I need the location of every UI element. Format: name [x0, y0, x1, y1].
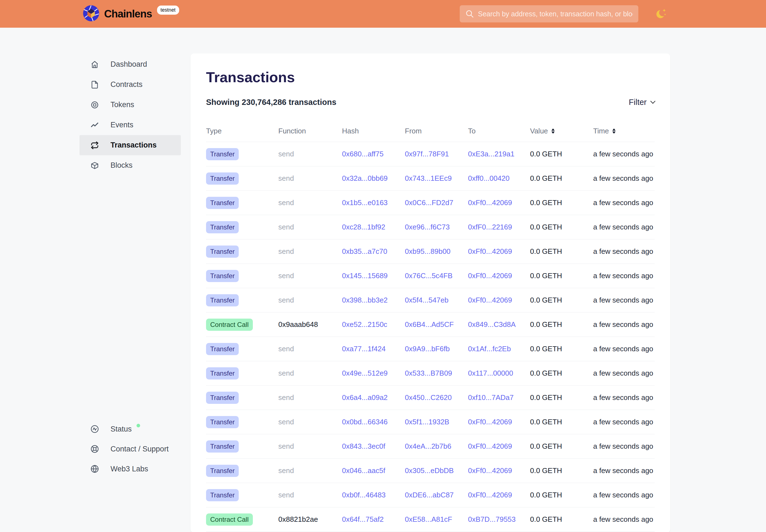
tx-to-link[interactable]: 0xFf0...42069 — [468, 198, 512, 207]
tx-to-link[interactable]: 0x117...00000 — [468, 369, 513, 377]
tx-from-link[interactable]: 0x450...C2620 — [405, 393, 452, 402]
tx-hash-link[interactable]: 0xe52...2150c — [342, 320, 387, 329]
cube-icon — [91, 161, 99, 170]
tx-from-link[interactable]: 0x4eA...2b7b6 — [405, 442, 452, 450]
sidebar-item-dashboard[interactable]: Dashboard — [79, 54, 181, 74]
sidebar-item-contact-support[interactable]: Contact / Support — [79, 439, 181, 459]
dark-mode-toggle[interactable] — [655, 7, 668, 20]
tx-from-link[interactable]: 0x76C...5c4FB — [405, 272, 453, 280]
cell-hash: 0x0bd...66346 — [342, 418, 405, 426]
tx-from-link[interactable]: 0x5f1...1932B — [405, 418, 449, 426]
col-time-sort[interactable]: Time — [593, 127, 655, 135]
tx-value: 0.0 GETH — [530, 442, 562, 450]
cell-value: 0.0 GETH — [530, 150, 593, 158]
tx-hash-link[interactable]: 0x145...15689 — [342, 272, 388, 280]
col-to: To — [468, 127, 530, 135]
tx-to-link[interactable]: 0xf10...7ADa7 — [468, 393, 514, 402]
tx-hash-link[interactable]: 0x1b5...e0163 — [342, 198, 388, 207]
cell-from: 0x305...eDbDB — [405, 466, 468, 475]
col-value-sort[interactable]: Value — [530, 127, 593, 135]
sidebar-item-status[interactable]: Status — [79, 419, 181, 439]
tx-to-link[interactable]: 0x849...C3d8A — [468, 320, 516, 329]
tx-from-link[interactable]: 0x743...1EEc9 — [405, 174, 452, 182]
tx-type-badge: Transfer — [206, 172, 239, 185]
tx-hash-link[interactable]: 0xc28...1bf92 — [342, 223, 385, 231]
chainlens-logo-icon — [83, 5, 99, 22]
sidebar-item-contracts[interactable]: Contracts — [79, 74, 181, 95]
sidebar-item-blocks[interactable]: Blocks — [79, 155, 181, 175]
tx-from-link[interactable]: 0xb95...89b00 — [405, 247, 451, 255]
tx-to-link[interactable]: 0xFf0...42069 — [468, 247, 512, 255]
tx-to-link[interactable]: 0xfF0...22169 — [468, 223, 512, 231]
cell-time: a few seconds ago — [593, 174, 655, 183]
lifebuoy-icon — [91, 445, 99, 453]
cell-type: Transfer — [206, 343, 278, 355]
tx-from-link[interactable]: 0xe96...f6C73 — [405, 223, 450, 231]
tx-hash-link[interactable]: 0x32a...0bb69 — [342, 174, 388, 182]
search-input[interactable] — [478, 10, 633, 18]
cell-function: send — [278, 442, 342, 451]
tx-hash-link[interactable]: 0x0bd...66346 — [342, 418, 388, 426]
cell-hash: 0x64f...75af2 — [342, 515, 405, 524]
tx-hash-link[interactable]: 0x49e...512e9 — [342, 369, 388, 377]
tx-to-link[interactable]: 0xFf0...42069 — [468, 272, 512, 280]
tx-hash-link[interactable]: 0x398...bb3e2 — [342, 296, 388, 304]
cell-type: Transfer — [206, 416, 278, 428]
table-row: Transfersend0x6a4...a09a20x450...C26200x… — [206, 386, 655, 410]
sidebar-item-transactions[interactable]: Transactions — [79, 135, 181, 155]
tx-from-link[interactable]: 0x97f...78F91 — [405, 150, 449, 158]
cell-from: 0x450...C2620 — [405, 393, 468, 402]
tx-hash-link[interactable]: 0xb35...a7c70 — [342, 247, 387, 255]
tx-to-link[interactable]: 0xFf0...42069 — [468, 418, 512, 426]
cell-time: a few seconds ago — [593, 466, 655, 475]
tx-hash-link[interactable]: 0x680...aff75 — [342, 150, 384, 158]
table-row: Contract Call0x8821b2ae0x64f...75af20xE5… — [206, 507, 655, 532]
sidebar-item-events[interactable]: Events — [79, 115, 181, 135]
cell-type: Transfer — [206, 221, 278, 233]
cell-hash: 0xc28...1bf92 — [342, 223, 405, 231]
tx-from-link[interactable]: 0x533...B7B09 — [405, 369, 452, 377]
tx-to-link[interactable]: 0xE3a...219a1 — [468, 150, 515, 158]
filter-button[interactable]: Filter — [629, 98, 655, 107]
cell-type: Transfer — [206, 489, 278, 501]
tx-hash-link[interactable]: 0x843...3ec0f — [342, 442, 385, 450]
tx-from-link[interactable]: 0xE58...A81cF — [405, 515, 452, 523]
cell-type: Transfer — [206, 465, 278, 477]
tx-hash-link[interactable]: 0xb0f...46483 — [342, 491, 386, 499]
cell-value: 0.0 GETH — [530, 369, 593, 378]
tx-function: send — [278, 369, 294, 377]
tx-from-link[interactable]: 0x0C6...FD2d7 — [405, 198, 453, 207]
tx-type-badge: Transfer — [206, 197, 239, 209]
tx-to-link[interactable]: 0x1Af...fc2Eb — [468, 345, 511, 353]
tx-time: a few seconds ago — [593, 272, 653, 280]
cell-hash: 0x145...15689 — [342, 272, 405, 280]
cell-value: 0.0 GETH — [530, 466, 593, 475]
col-from: From — [405, 127, 468, 135]
cell-value: 0.0 GETH — [530, 174, 593, 183]
search-bar[interactable] — [460, 5, 638, 22]
tx-to-link[interactable]: 0xFf0...42069 — [468, 442, 512, 450]
sidebar-item-label: Contracts — [110, 80, 143, 89]
sidebar-item-label: Contact / Support — [110, 445, 169, 453]
tx-from-link[interactable]: 0x305...eDbDB — [405, 466, 454, 475]
tx-type-badge: Transfer — [206, 270, 239, 282]
tx-from-link[interactable]: 0x9A9...bF6fb — [405, 345, 450, 353]
tx-hash-link[interactable]: 0x046...aac5f — [342, 466, 385, 475]
tx-to-link[interactable]: 0xFf0...42069 — [468, 491, 512, 499]
brand[interactable]: Chainlens testnet — [83, 0, 179, 28]
sidebar-item-label: Status — [110, 425, 132, 433]
tx-from-link[interactable]: 0xDE6...abC87 — [405, 491, 454, 499]
tx-to-link[interactable]: 0xB7D...79553 — [468, 515, 516, 523]
tx-hash-link[interactable]: 0x64f...75af2 — [342, 515, 384, 523]
tx-function: send — [278, 150, 294, 158]
sidebar-item-web3-labs[interactable]: Web3 Labs — [79, 459, 181, 479]
tx-to-link[interactable]: 0xFf0...42069 — [468, 466, 512, 475]
tx-hash-link[interactable]: 0xa77...1f424 — [342, 345, 386, 353]
sidebar-item-tokens[interactable]: Tokens — [79, 95, 181, 115]
tx-from-link[interactable]: 0x5f4...547eb — [405, 296, 449, 304]
tx-from-link[interactable]: 0x6B4...Ad5CF — [405, 320, 454, 329]
tx-to-link[interactable]: 0xff0...00420 — [468, 174, 510, 182]
tx-to-link[interactable]: 0xFf0...42069 — [468, 296, 512, 304]
tx-hash-link[interactable]: 0x6a4...a09a2 — [342, 393, 388, 402]
tx-type-badge: Transfer — [206, 489, 239, 501]
